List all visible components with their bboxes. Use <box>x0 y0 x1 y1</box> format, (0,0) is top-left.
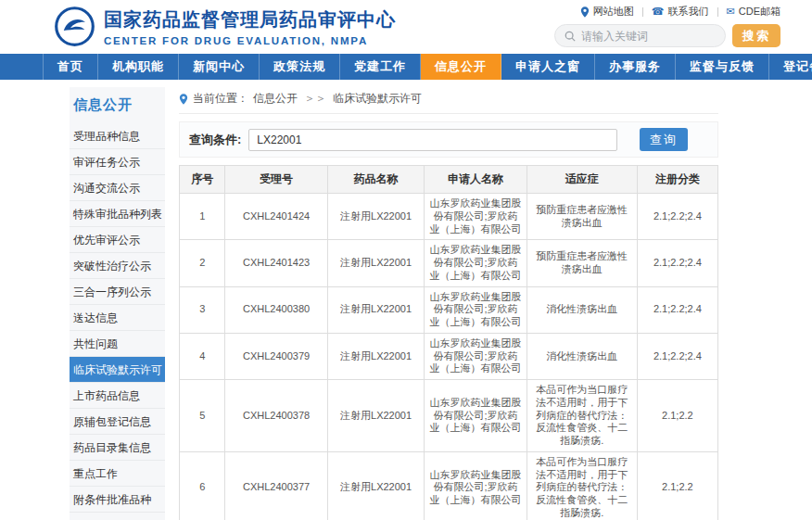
nav-item[interactable]: 申请人之窗 <box>501 54 595 80</box>
search-row: 搜索 <box>554 24 780 47</box>
table-cell: 山东罗欣药业集团股份有限公司;罗欣药业（上海）有限公司 <box>425 451 527 520</box>
phone-icon: ☎ <box>652 6 665 17</box>
table-cell: 注射用LX22001 <box>327 194 425 240</box>
brand: 国家药品监督管理局药品审评中心 CENTER FOR DRUG EVALUATI… <box>54 6 396 47</box>
table-cell: 注射用LX22001 <box>327 451 425 520</box>
breadcrumb-current: 临床试验默示许可 <box>333 91 422 107</box>
sidebar-item[interactable]: 送达信息 <box>70 305 165 331</box>
table-cell: CXHL2401424 <box>225 194 327 240</box>
nav-item[interactable]: 登记备案平台 <box>769 54 812 80</box>
contact-link[interactable]: ☎ 联系我们 <box>652 5 709 19</box>
sidebar-item[interactable]: 沟通交流公示 <box>70 175 165 201</box>
mailbox-link[interactable]: ✉ CDE邮箱 <box>727 5 780 19</box>
table-row: 5CXHL2400378注射用LX22001山东罗欣药业集团股份有限公司;罗欣药… <box>180 380 718 452</box>
search-button[interactable]: 搜索 <box>732 24 780 47</box>
table-cell: 6 <box>180 451 225 520</box>
table-cell: 山东罗欣药业集团股份有限公司;罗欣药业（上海）有限公司 <box>425 194 527 240</box>
column-header: 适应症 <box>527 166 637 194</box>
sidebar-item[interactable]: 受理品种信息 <box>70 123 165 149</box>
nav-item[interactable]: 政策法规 <box>260 54 340 80</box>
table-cell: 注射用LX22001 <box>327 286 425 333</box>
query-input[interactable] <box>248 129 617 151</box>
search-icon <box>565 31 576 42</box>
table-cell: 2.1;2.2;2.4 <box>637 333 717 379</box>
table-cell: CXHL2400378 <box>225 380 327 452</box>
main-nav-items: 首页机构职能新闻中心政策法规党建工作信息公开申请人之窗办事服务监督与反馈登记备案… <box>43 54 812 80</box>
table-cell: 2 <box>180 240 225 286</box>
map-pin-icon <box>580 6 590 18</box>
search-box <box>554 24 726 47</box>
table-cell: 2.1;2.2;2.4 <box>637 194 717 240</box>
sidebar-title: 信息公开 <box>70 87 165 123</box>
nav-item[interactable]: 党建工作 <box>340 54 421 80</box>
table-row: 2CXHL2401423注射用LX22001山东罗欣药业集团股份有限公司;罗欣药… <box>180 240 718 286</box>
table-cell: 预防重症患者应激性溃疡出血 <box>527 194 637 240</box>
sidebar-item[interactable]: 共性问题 <box>70 331 165 357</box>
nav-item[interactable]: 新闻中心 <box>179 54 260 80</box>
sidebar-item[interactable]: 附条件批准品种 <box>70 487 165 513</box>
site-subtitle: CENTER FOR DRUG EVALUATION, NMPA <box>104 35 396 46</box>
nav-item[interactable]: 信息公开 <box>421 54 501 80</box>
location-pin-icon <box>179 94 188 105</box>
sidebar: 信息公开 受理品种信息审评任务公示沟通交流公示特殊审批品种列表优先审评公示突破性… <box>70 87 165 520</box>
divider <box>717 7 718 17</box>
query-label: 查询条件: <box>189 132 241 148</box>
sidebar-item[interactable]: 临床试验默示许可 <box>70 357 165 383</box>
table-cell: 山东罗欣药业集团股份有限公司;罗欣药业（上海）有限公司 <box>425 240 527 286</box>
sidebar-item[interactable]: 特殊审批品种列表 <box>70 201 165 227</box>
table-cell: CXHL2401423 <box>225 240 327 286</box>
query-button[interactable]: 查询 <box>640 128 688 151</box>
table-cell: 本品可作为当口服疗法不适用时，用于下列病症的替代疗法：反流性食管炎、十二指肠溃疡… <box>527 380 637 452</box>
nav-item[interactable]: 首页 <box>43 54 98 80</box>
table-cell: CXHL2400377 <box>225 451 327 520</box>
table-cell: 3 <box>180 286 225 333</box>
sidebar-item[interactable]: 原辅包登记信息 <box>70 409 165 435</box>
cde-logo-icon <box>54 6 95 47</box>
table-header-row: 序号受理号药品名称申请人名称适应症注册分类 <box>180 166 718 194</box>
column-header: 注册分类 <box>637 166 717 194</box>
table-cell: 2.1;2.2;2.4 <box>637 286 717 333</box>
column-header: 受理号 <box>225 166 327 194</box>
mail-icon: ✉ <box>727 6 735 17</box>
site-header: 国家药品监督管理局药品审评中心 CENTER FOR DRUG EVALUATI… <box>0 0 812 54</box>
table-cell: 消化性溃疡出血 <box>527 286 637 333</box>
breadcrumb: 当前位置： 信息公开 ＞＞ 临床试验默示许可 <box>179 87 718 114</box>
table-cell: 本品可作为当口服疗法不适用时，用于下列病症的替代疗法：反流性食管炎、十二指肠溃疡… <box>527 451 637 520</box>
sidebar-item[interactable]: 审评任务公示 <box>70 149 165 175</box>
query-bar: 查询条件: 查询 <box>179 121 718 158</box>
sidebar-item[interactable]: 三合一序列公示 <box>70 279 165 305</box>
table-cell: 2.1;2.2 <box>637 380 717 452</box>
main-nav: 首页机构职能新闻中心政策法规党建工作信息公开申请人之窗办事服务监督与反馈登记备案… <box>0 54 812 80</box>
table-cell: 注射用LX22001 <box>327 240 425 286</box>
sidebar-item[interactable]: 上市药品信息 <box>70 383 165 409</box>
nav-item[interactable]: 监督与反馈 <box>676 54 769 80</box>
table-cell: 注射用LX22001 <box>327 333 425 379</box>
main-content: 当前位置： 信息公开 ＞＞ 临床试验默示许可 查询条件: 查询 序号受理号药品名… <box>179 87 718 520</box>
breadcrumb-prefix: 当前位置： <box>193 91 248 107</box>
column-header: 药品名称 <box>327 166 425 194</box>
nav-item[interactable]: 办事服务 <box>595 54 676 80</box>
table-cell: 注射用LX22001 <box>327 380 425 452</box>
table-cell: CXHL2400380 <box>225 286 327 333</box>
top-links: 网站地图 ☎ 联系我们 ✉ CDE邮箱 <box>580 5 780 19</box>
divider <box>642 7 643 17</box>
sidebar-item[interactable]: 药品目录集信息 <box>70 435 165 461</box>
column-header: 申请人名称 <box>425 166 527 194</box>
mailbox-link-label: CDE邮箱 <box>739 5 780 19</box>
sidebar-item[interactable]: 重点工作 <box>70 461 165 487</box>
sidebar-item[interactable]: 优先审评公示 <box>70 227 165 253</box>
table-cell: 山东罗欣药业集团股份有限公司;罗欣药业（上海）有限公司 <box>425 286 527 333</box>
table-cell: 山东罗欣药业集团股份有限公司;罗欣药业（上海）有限公司 <box>425 333 527 379</box>
table-cell: 预防重症患者应激性溃疡出血 <box>527 240 637 286</box>
table-cell: 山东罗欣药业集团股份有限公司;罗欣药业（上海）有限公司 <box>425 380 527 452</box>
nav-item[interactable]: 机构职能 <box>98 54 179 80</box>
table-row: 3CXHL2400380注射用LX22001山东罗欣药业集团股份有限公司;罗欣药… <box>180 286 718 333</box>
brand-text: 国家药品监督管理局药品审评中心 CENTER FOR DRUG EVALUATI… <box>104 7 396 46</box>
search-input[interactable] <box>581 30 716 43</box>
sitemap-link[interactable]: 网站地图 <box>580 5 634 19</box>
contact-link-label: 联系我们 <box>668 5 709 19</box>
table-cell: CXHL2400379 <box>225 333 327 379</box>
sitemap-link-label: 网站地图 <box>593 5 634 19</box>
sidebar-item[interactable]: 突破性治疗公示 <box>70 253 165 279</box>
breadcrumb-section-link[interactable]: 信息公开 <box>253 91 298 107</box>
